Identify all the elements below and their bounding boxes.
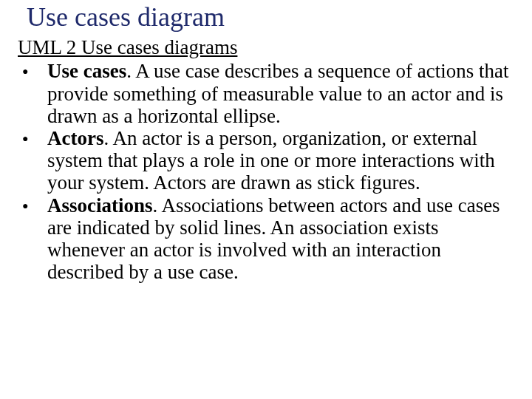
list-item: ● Associations. Associations between act… <box>18 194 514 284</box>
description: . An actor is a person, organization, or… <box>47 127 495 194</box>
bullet-icon: ● <box>18 127 47 144</box>
list-item: ● Use cases. A use case describes a sequ… <box>18 60 514 127</box>
bullet-icon: ● <box>18 194 47 211</box>
bullet-list: ● Use cases. A use case describes a sequ… <box>18 60 514 283</box>
bullet-text: Actors. An actor is a person, organizati… <box>47 127 514 194</box>
bullet-text: Use cases. A use case describes a sequen… <box>47 60 514 127</box>
list-item: ● Actors. An actor is a person, organiza… <box>18 127 514 194</box>
term: Use cases <box>47 60 126 82</box>
term: Actors <box>47 127 103 149</box>
term: Associations <box>47 194 153 216</box>
slide: Use cases diagram UML 2 Use cases diagra… <box>0 0 532 399</box>
slide-title: Use cases diagram <box>27 3 514 33</box>
uml-link[interactable]: UML 2 Use cases diagrams <box>18 37 514 59</box>
bullet-text: Associations. Associations between actor… <box>47 194 514 284</box>
bullet-icon: ● <box>18 60 47 77</box>
